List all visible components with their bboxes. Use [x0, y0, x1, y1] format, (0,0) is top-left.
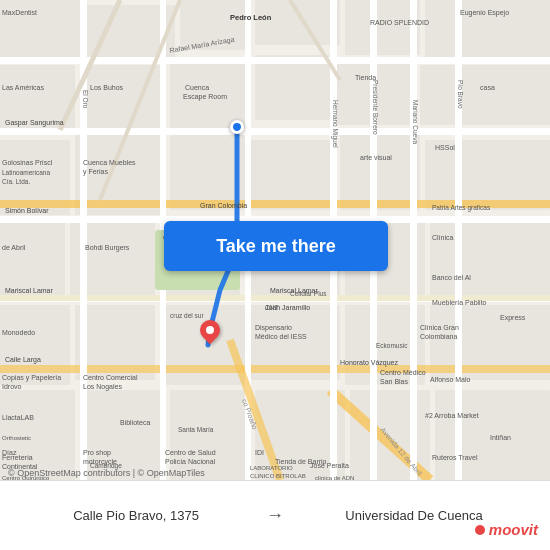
bottom-navigation-bar: Calle Pio Bravo, 1375 → Universidad De C…	[0, 480, 550, 550]
svg-text:Orthostetic: Orthostetic	[2, 435, 31, 441]
svg-text:Honorato Vázquez: Honorato Vázquez	[340, 359, 398, 367]
destination-pin	[200, 320, 222, 352]
svg-text:Tienda: Tienda	[355, 74, 376, 81]
svg-text:Gran Colombia: Gran Colombia	[200, 202, 247, 209]
svg-text:arte visual: arte visual	[360, 154, 392, 161]
svg-rect-33	[170, 390, 250, 480]
take-me-there-button[interactable]: Take me there	[164, 221, 388, 271]
svg-text:Santa María: Santa María	[178, 426, 214, 433]
svg-text:Gaspar Sangurima: Gaspar Sangurima	[5, 119, 64, 127]
svg-rect-4	[255, 0, 340, 45]
svg-text:Express: Express	[500, 314, 526, 322]
svg-text:Pedro León: Pedro León	[230, 13, 272, 22]
svg-text:Los Buhos: Los Buhos	[90, 84, 124, 91]
moovit-logo-text: moovit	[489, 521, 538, 538]
svg-text:Centro de Salud: Centro de Salud	[165, 449, 216, 456]
svg-text:Hermano Miguel: Hermano Miguel	[331, 100, 339, 148]
svg-text:Las Américas: Las Américas	[2, 84, 45, 91]
svg-text:Médico del IESS: Médico del IESS	[255, 333, 307, 340]
svg-rect-12	[420, 65, 550, 125]
svg-text:José Peralta: José Peralta	[310, 462, 349, 469]
svg-text:Los Nogales: Los Nogales	[83, 383, 122, 391]
svg-text:de Abril: de Abril	[2, 244, 26, 251]
svg-rect-16	[250, 140, 335, 210]
svg-text:Intiñan: Intiñan	[490, 434, 511, 441]
moovit-logo-dot	[475, 525, 485, 535]
svg-text:Clínica: Clínica	[432, 234, 454, 241]
svg-rect-10	[255, 55, 330, 120]
svg-text:Escape Room: Escape Room	[183, 93, 227, 101]
svg-text:LABORATORIO: LABORATORIO	[250, 465, 293, 471]
svg-text:Copias y Papelería: Copias y Papelería	[2, 374, 61, 382]
svg-text:Cellular Plus: Cellular Plus	[290, 290, 327, 297]
svg-text:Pro shop: Pro shop	[83, 449, 111, 457]
svg-text:Pío Bravo: Pío Bravo	[457, 80, 464, 109]
svg-rect-5	[345, 0, 420, 55]
svg-text:CNT: CNT	[265, 304, 278, 311]
svg-text:Policía Nacional: Policía Nacional	[165, 458, 216, 465]
svg-text:Patria Artes graficas: Patria Artes graficas	[432, 204, 491, 212]
svg-text:Monodedo: Monodedo	[2, 329, 35, 336]
svg-text:Mueblería Pablito: Mueblería Pablito	[432, 299, 487, 306]
svg-text:Mariscal Lamar: Mariscal Lamar	[5, 287, 54, 294]
route-from-label: Calle Pio Bravo, 1375	[16, 508, 256, 523]
svg-text:Centro Comercial: Centro Comercial	[83, 374, 138, 381]
svg-text:Presidente Borrero: Presidente Borrero	[372, 80, 379, 135]
svg-text:Simón Bolívar: Simón Bolívar	[5, 207, 49, 214]
svg-text:#2 Arroba Market: #2 Arroba Market	[425, 412, 479, 419]
svg-text:HSSol: HSSol	[435, 144, 455, 151]
svg-text:cruz del sur: cruz del sur	[170, 312, 204, 319]
svg-text:Clínica Gran: Clínica Gran	[420, 324, 459, 331]
svg-text:IDI: IDI	[255, 449, 264, 456]
svg-rect-24	[430, 220, 550, 300]
svg-text:Biblioteca: Biblioteca	[120, 419, 150, 426]
svg-text:Golosinas Priscl: Golosinas Priscl	[2, 159, 53, 166]
map-container: Parque Rafael María Arízaga Gaspar Sangu…	[0, 0, 550, 480]
svg-text:Mariano Cueva: Mariano Cueva	[412, 100, 419, 144]
moovit-logo: moovit	[475, 521, 538, 538]
svg-text:Idrovo: Idrovo	[2, 383, 22, 390]
svg-text:LlactaLAB: LlactaLAB	[2, 414, 34, 421]
svg-text:Ruteros Travel: Ruteros Travel	[432, 454, 478, 461]
svg-text:Cuenca Muebles: Cuenca Muebles	[83, 159, 136, 166]
svg-text:RADIO SPLENDID: RADIO SPLENDID	[370, 19, 429, 26]
svg-text:Latinoamericana: Latinoamericana	[2, 169, 50, 176]
svg-text:Dispensario: Dispensario	[255, 324, 292, 332]
svg-text:MaxDentist: MaxDentist	[2, 9, 37, 16]
svg-text:Alfonso Malo: Alfonso Malo	[430, 376, 471, 383]
svg-rect-15	[170, 135, 245, 210]
svg-text:Calle Larga: Calle Larga	[5, 356, 41, 364]
map-attribution: © OpenStreetMap contributors | © OpenMap…	[8, 468, 205, 478]
svg-text:Cuenca: Cuenca	[185, 84, 209, 91]
svg-text:CLINICO BITROLAB: CLINICO BITROLAB	[250, 473, 306, 479]
svg-rect-17	[340, 135, 420, 210]
svg-rect-47	[410, 0, 417, 480]
svg-text:Centro Médico: Centro Médico	[380, 369, 426, 376]
svg-text:San Blas: San Blas	[380, 378, 409, 385]
svg-text:Cía. Ltda.: Cía. Ltda.	[2, 178, 30, 185]
svg-text:Colombiana: Colombiana	[420, 333, 457, 340]
svg-text:casa: casa	[480, 84, 495, 91]
svg-text:y Ferias: y Ferias	[83, 168, 108, 176]
svg-rect-48	[455, 0, 462, 480]
svg-text:Eckomusic: Eckomusic	[376, 342, 408, 349]
svg-text:El Oro: El Oro	[82, 90, 89, 109]
origin-pin	[230, 120, 244, 134]
svg-text:Banco del Al: Banco del Al	[432, 274, 471, 281]
arrow-right-icon: →	[266, 505, 284, 526]
svg-text:Díaz: Díaz	[2, 449, 17, 456]
svg-text:Bohdi Burgers: Bohdi Burgers	[85, 244, 130, 252]
svg-text:Eugenio Espejo: Eugenio Espejo	[460, 9, 509, 17]
